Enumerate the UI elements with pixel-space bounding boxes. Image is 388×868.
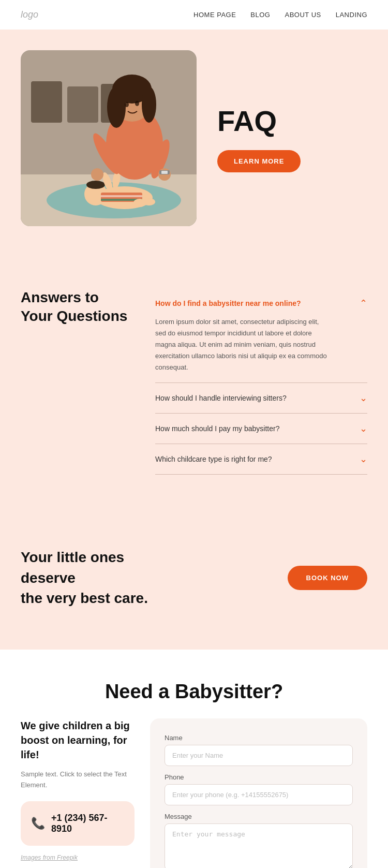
svg-rect-10 <box>101 195 142 197</box>
contact-title: Need a Babysitter? <box>21 681 367 703</box>
faq-accordion-section: Answers to Your Questions How do I find … <box>0 257 388 516</box>
phone-icon: 📞 <box>31 817 45 830</box>
nav-home[interactable]: HOME PAGE <box>193 11 236 19</box>
svg-rect-1 <box>31 81 62 123</box>
faq-title: FAQ <box>217 104 277 138</box>
faq-chevron-down-4: ⌄ <box>360 453 367 465</box>
faq-question-1[interactable]: How do I find a babysitter near me onlin… <box>155 298 367 309</box>
faq-answer-1: Lorem ipsum dolor sit amet, consectetur … <box>155 316 331 373</box>
faq-question-3[interactable]: How much should I pay my babysitter? ⌄ <box>155 423 367 434</box>
svg-point-8 <box>86 181 105 189</box>
book-now-button[interactable]: BOOK NOW <box>288 566 367 590</box>
svg-point-19 <box>107 86 126 128</box>
cta-text: Your little ones deserve the very best c… <box>21 547 176 608</box>
faq-chevron-down-2: ⌄ <box>360 392 367 404</box>
svg-rect-2 <box>67 86 98 123</box>
faq-question-4[interactable]: Which childcare type is right for me? ⌄ <box>155 453 367 465</box>
faq-question-text-4: Which childcare type is right for me? <box>155 455 272 463</box>
cta-section: Your little ones deserve the very best c… <box>0 516 388 650</box>
faq-item-4: Which childcare type is right for me? ⌄ <box>155 444 367 475</box>
phone-group: Phone <box>165 773 353 805</box>
phone-input[interactable] <box>165 784 353 805</box>
learn-more-button[interactable]: LEARN MORE <box>217 150 301 172</box>
phone-card: 📞 +1 (234) 567-8910 <box>21 801 135 846</box>
svg-point-21 <box>125 102 129 107</box>
logo: logo <box>21 9 38 20</box>
name-label: Name <box>165 734 353 742</box>
contact-form: Name Phone Message REQUEST FOR CALL <box>150 718 367 868</box>
faq-item-1: How do I find a babysitter near me onlin… <box>155 288 367 383</box>
faq-question-text-3: How much should I pay my babysitter? <box>155 424 279 433</box>
name-group: Name <box>165 734 353 766</box>
nav-landing[interactable]: LANDING <box>336 11 367 19</box>
faq-chevron-up-1: ⌃ <box>360 298 367 309</box>
faq-question-2[interactable]: How should I handle interviewing sitters… <box>155 392 367 404</box>
faq-section-title: Answers to Your Questions <box>21 288 135 326</box>
faq-item-3: How much should I pay my babysitter? ⌄ <box>155 414 367 444</box>
svg-point-25 <box>91 168 103 181</box>
name-input[interactable] <box>165 745 353 766</box>
faq-question-text-1: How do I find a babysitter near me onlin… <box>155 299 301 307</box>
phone-label: Phone <box>165 773 353 781</box>
faq-left: Answers to Your Questions <box>21 288 135 475</box>
svg-rect-28 <box>161 171 168 174</box>
hero-section: FAQ LEARN MORE <box>0 30 388 257</box>
svg-point-22 <box>135 101 139 106</box>
contact-left: We give children a big boost on learning… <box>21 718 135 868</box>
hero-image <box>21 50 197 226</box>
nav-links: HOME PAGE BLOG ABOUT US LANDING <box>193 11 367 19</box>
faq-question-text-2: How should I handle interviewing sitters… <box>155 394 287 402</box>
contact-left-text: Sample text. Click to select the Text El… <box>21 769 135 791</box>
contact-inner: We give children a big boost on learning… <box>21 718 367 868</box>
hero-right: FAQ LEARN MORE <box>217 104 367 172</box>
contact-heading: We give children a big boost on learning… <box>21 718 135 762</box>
contact-section: Need a Babysitter? We give children a bi… <box>0 650 388 868</box>
message-group: Message <box>165 813 353 868</box>
faq-item-2: How should I handle interviewing sitters… <box>155 383 367 414</box>
svg-point-20 <box>142 86 156 123</box>
message-label: Message <box>165 813 353 820</box>
phone-number: +1 (234) 567-8910 <box>51 813 124 834</box>
faq-right: How do I find a babysitter near me onlin… <box>155 288 367 475</box>
faq-chevron-down-3: ⌄ <box>360 423 367 434</box>
nav-blog[interactable]: BLOG <box>250 11 270 19</box>
svg-point-15 <box>143 198 155 205</box>
freepik-credit: Images from Freepik <box>21 854 135 861</box>
message-textarea[interactable] <box>165 823 353 868</box>
navbar: logo HOME PAGE BLOG ABOUT US LANDING <box>0 0 388 30</box>
nav-about[interactable]: ABOUT US <box>285 11 321 19</box>
